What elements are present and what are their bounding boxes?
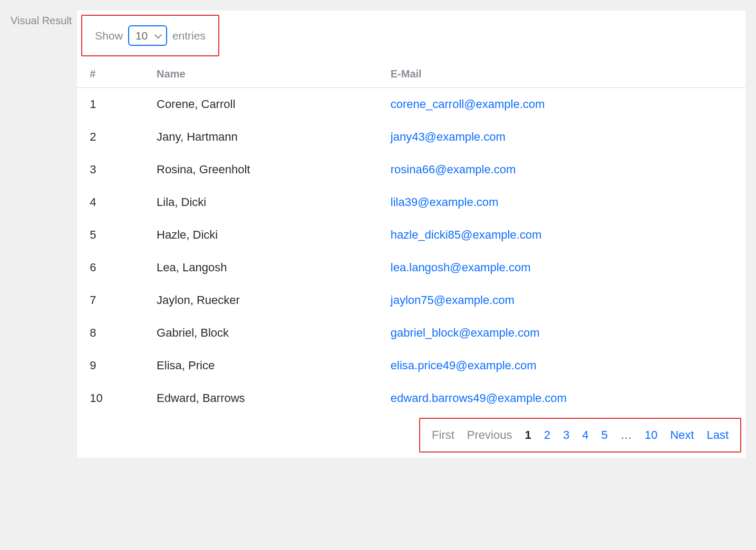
page-first[interactable]: First: [432, 428, 454, 442]
entries-select[interactable]: 10: [128, 25, 167, 46]
page-next[interactable]: Next: [670, 428, 694, 442]
row-email-cell: edward.barrows49@example.com: [378, 382, 745, 415]
row-email-link[interactable]: lila39@example.com: [391, 195, 499, 209]
entries-control-highlight: Show 10 entries: [81, 15, 219, 56]
page-previous[interactable]: Previous: [467, 428, 512, 442]
row-email-link[interactable]: hazle_dicki85@example.com: [391, 228, 541, 241]
col-header-id: #: [77, 61, 144, 88]
row-email-cell: hazle_dicki85@example.com: [378, 219, 745, 251]
table-row: 10Edward, Barrowsedward.barrows49@exampl…: [77, 382, 745, 415]
row-email-cell: lea.langosh@example.com: [378, 251, 745, 284]
row-email-link[interactable]: lea.langosh@example.com: [391, 261, 531, 274]
page-number[interactable]: 1: [525, 428, 531, 442]
page-number[interactable]: 5: [601, 428, 607, 442]
row-email-link[interactable]: rosina66@example.com: [391, 163, 516, 176]
page-number[interactable]: 2: [544, 428, 550, 442]
row-email-cell: jany43@example.com: [378, 121, 745, 153]
entries-select-wrap: 10: [128, 25, 167, 46]
row-name: Rosina, Greenholt: [144, 153, 378, 186]
row-email-link[interactable]: jany43@example.com: [391, 130, 506, 143]
visual-result-label: Visual Result: [11, 11, 72, 27]
table-row: 5Hazle, Dickihazle_dicki85@example.com: [77, 219, 745, 251]
row-name: Edward, Barrows: [144, 382, 378, 415]
row-name: Jany, Hartmann: [144, 121, 378, 153]
row-id: 6: [77, 251, 144, 284]
data-table: # Name E-Mail 1Corene, Carrollcorene_car…: [77, 61, 745, 415]
row-name: Hazle, Dicki: [144, 219, 378, 251]
col-header-name: Name: [144, 61, 378, 88]
table-row: 1Corene, Carrollcorene_carroll@example.c…: [77, 88, 745, 121]
page-ellipsis: …: [621, 428, 632, 442]
table-row: 7Jaylon, Rueckerjaylon75@example.com: [77, 284, 745, 317]
table-row: 4Lila, Dickilila39@example.com: [77, 186, 745, 219]
row-name: Jaylon, Ruecker: [144, 284, 378, 317]
pagination-highlight: First Previous 12345 … 10 Next Last: [419, 418, 741, 453]
table-row: 8Gabriel, Blockgabriel_block@example.com: [77, 317, 745, 349]
page-number[interactable]: 4: [582, 428, 588, 442]
page-last[interactable]: Last: [706, 428, 729, 442]
row-id: 1: [77, 88, 144, 121]
entries-label: entries: [172, 30, 206, 42]
row-id: 4: [77, 186, 144, 219]
row-id: 3: [77, 153, 144, 186]
row-name: Elisa, Price: [144, 349, 378, 382]
row-id: 9: [77, 349, 144, 382]
row-email-link[interactable]: elisa.price49@example.com: [391, 359, 537, 372]
page-number-last[interactable]: 10: [645, 428, 657, 442]
show-label: Show: [95, 30, 123, 42]
row-email-cell: corene_carroll@example.com: [378, 88, 745, 121]
row-email-link[interactable]: jaylon75@example.com: [391, 293, 515, 307]
row-email-link[interactable]: edward.barrows49@example.com: [391, 391, 567, 405]
row-email-cell: gabriel_block@example.com: [378, 317, 745, 349]
col-header-email: E-Mail: [378, 61, 745, 88]
row-name: Lila, Dicki: [144, 186, 378, 219]
row-email-link[interactable]: gabriel_block@example.com: [391, 326, 540, 339]
row-id: 2: [77, 121, 144, 153]
row-id: 10: [77, 382, 144, 415]
row-email-cell: elisa.price49@example.com: [378, 349, 745, 382]
results-panel: Show 10 entries # Name E-Mail 1Corene, C…: [77, 11, 745, 458]
row-name: Corene, Carroll: [144, 88, 378, 121]
row-id: 5: [77, 219, 144, 251]
row-email-link[interactable]: corene_carroll@example.com: [391, 97, 545, 111]
page-number[interactable]: 3: [563, 428, 569, 442]
table-header-row: # Name E-Mail: [77, 61, 745, 88]
table-row: 6Lea, Langoshlea.langosh@example.com: [77, 251, 745, 284]
table-row: 9Elisa, Priceelisa.price49@example.com: [77, 349, 745, 382]
row-email-cell: jaylon75@example.com: [378, 284, 745, 317]
row-email-cell: rosina66@example.com: [378, 153, 745, 186]
row-name: Gabriel, Block: [144, 317, 378, 349]
row-id: 7: [77, 284, 144, 317]
row-name: Lea, Langosh: [144, 251, 378, 284]
row-email-cell: lila39@example.com: [378, 186, 745, 219]
row-id: 8: [77, 317, 144, 349]
table-row: 2Jany, Hartmannjany43@example.com: [77, 121, 745, 153]
table-row: 3Rosina, Greenholtrosina66@example.com: [77, 153, 745, 186]
